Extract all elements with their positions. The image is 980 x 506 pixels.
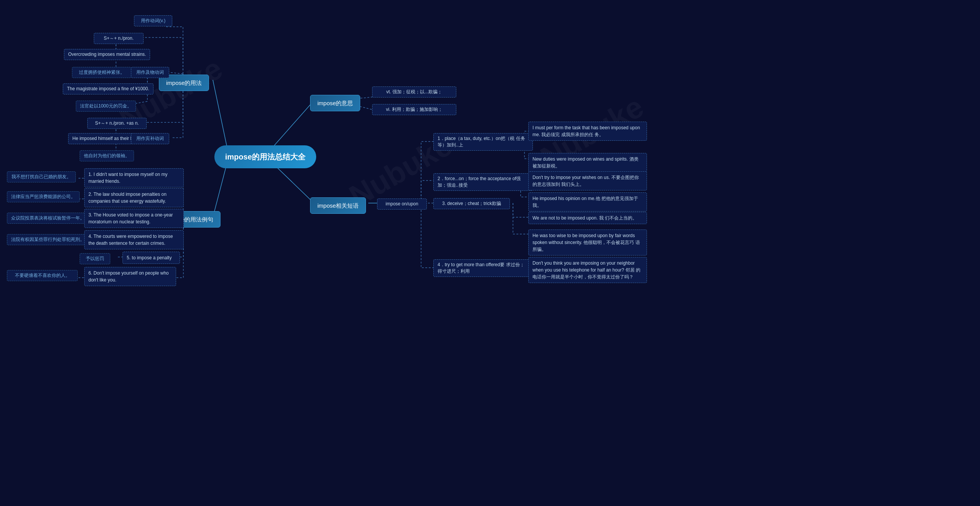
ex2-cn: 法律应当严惩浪费能源的公司。 — [7, 191, 80, 202]
usage-complement-label: 用作宾补动词 — [131, 133, 169, 144]
ex1-en: 1. I didn't want to impose myself on my … — [84, 168, 184, 187]
impose-phrases-node: impose相关短语 — [310, 197, 366, 214]
sense1-ex2: New duties were imposed on wines and spi… — [528, 153, 647, 172]
sense2: 2．force...on；force the acceptance of强加；强… — [433, 173, 533, 191]
phrase-on-upon: impose on/upon — [377, 198, 427, 210]
sense3-ex2: He was too wise to be imposed upon by fa… — [528, 229, 647, 255]
usage-verb-label: 用作动词(v.) — [134, 15, 172, 26]
ex2-en: 2. The law should impose penalties on co… — [84, 188, 184, 207]
ex3-cn: 众议院投票表决将核试验暂停一年。 — [7, 213, 89, 224]
impose-meaning-node: impose的意思 — [310, 95, 360, 111]
usage-magistrate-cn: 法官处以1000元的罚金。 — [76, 101, 136, 112]
svg-line-0 — [213, 80, 228, 153]
meaning-vt: vt. 强加；征税；以...欺骗； — [372, 86, 456, 98]
svg-line-2 — [268, 101, 314, 153]
ex3-en: 3. The House voted to impose a one-year … — [84, 209, 184, 228]
sense3-ex1: We are not to be imposed upon. 我 们不会上当的。 — [528, 212, 647, 224]
ex4-cn: 法院有权因某些罪行判处罪犯死刑。 — [7, 234, 89, 245]
sense2-ex2: He imposed his opinion on me.他 把他的意见强加于我… — [528, 192, 647, 212]
usage-s-as-n: S+～+ n./pron. +as n. — [87, 118, 147, 129]
meaning-vi: vi. 利用；欺骗；施加影响； — [372, 104, 456, 115]
usage-magistrate-en: The magistrate imposed a fine of ¥1000. — [63, 83, 154, 94]
usage-transitive-label: 用作及物动词 — [131, 67, 169, 78]
usage-s-n-pron: S+～+ n./pron. — [94, 33, 144, 44]
sense1-ex1: I must per form the task that has been i… — [528, 122, 647, 141]
sense1: 1．place（a tax, duty, etc.）on把（税 任务等）加到..… — [433, 133, 533, 151]
usage-he-imposed-cn: 他自封为他们的领袖。 — [80, 150, 134, 161]
sense3: 3. deceive；cheat；trick欺骗 — [433, 198, 510, 209]
usage-overcrowding-cn: 过度拥挤使精神紧张。 — [72, 67, 131, 78]
ex5-cn: 予以惩罚 — [80, 253, 110, 264]
ex6-cn: 不要硬缠着不喜欢你的人。 — [7, 270, 78, 281]
ex6-en: 6. Don't impose yourself on people who d… — [84, 267, 176, 286]
sense4: 4．try to get more than offered要 求过份；得寸进尺… — [433, 259, 533, 277]
ex5-en: 5. to impose a penalty — [122, 252, 180, 264]
sense2-ex1: Don't try to impose your wishes on us. 不… — [528, 171, 647, 190]
sense4-ex1: Don't you think you are imposing on your… — [528, 257, 647, 283]
ex1-cn: 我不想打扰自己已婚的朋友。 — [7, 171, 76, 182]
ex4-en: 4. The courts were empowered to impose t… — [84, 230, 184, 249]
center-node: impose的用法总结大全 — [214, 145, 316, 168]
usage-overcrowding-en: Overcrowding imposes mental strains. — [64, 49, 150, 60]
